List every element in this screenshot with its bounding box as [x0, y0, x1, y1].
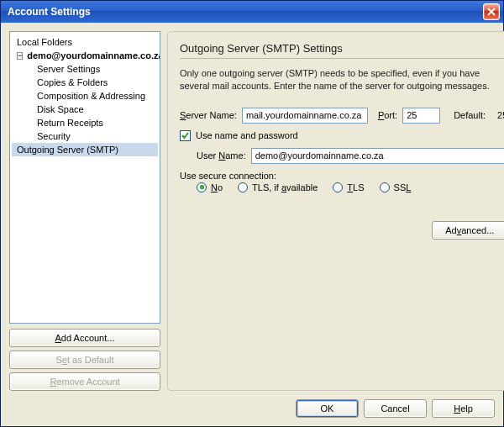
secure-connection-label: Use secure connection:	[180, 171, 504, 181]
radio-no-indicator	[197, 182, 207, 192]
tree-return-receipts[interactable]: Return Receipts	[12, 116, 158, 129]
server-name-row: Server Name: Port: Default: 25	[180, 108, 504, 124]
use-auth-row: Use name and password	[180, 130, 504, 141]
collapse-icon[interactable]: −	[17, 52, 23, 60]
advanced-label: Advanced...	[445, 225, 494, 235]
settings-panel: Outgoing Server (SMTP) Settings Only one…	[167, 31, 504, 391]
radio-tls[interactable]: TLS	[333, 182, 364, 192]
tree-account-label: demo@yourdomainname.co.za	[27, 50, 160, 61]
radio-no[interactable]: No	[197, 182, 223, 192]
accounts-tree[interactable]: Local Folders − demo@yourdomainname.co.z…	[9, 31, 160, 324]
tree-copies-folders-label: Copies & Folders	[37, 77, 108, 87]
port-input[interactable]	[402, 108, 440, 124]
add-account-button[interactable]: Add Account...	[9, 329, 160, 347]
tree-return-receipts-label: Return Receipts	[37, 118, 103, 128]
tree-disk-space[interactable]: Disk Space	[12, 103, 158, 116]
username-label: User Name:	[197, 150, 246, 161]
tree-composition-addressing-label: Composition & Addressing	[37, 91, 145, 101]
tree-composition-addressing[interactable]: Composition & Addressing	[12, 89, 158, 103]
radio-ssl-label: SSL	[394, 182, 412, 192]
account-settings-dialog: Account Settings Local Folders − demo@yo…	[0, 0, 504, 427]
panel-title: Outgoing Server (SMTP) Settings	[180, 42, 504, 59]
add-account-label: Add Account...	[55, 333, 115, 343]
help-button[interactable]: Help	[432, 399, 495, 418]
client-area: Local Folders − demo@yourdomainname.co.z…	[1, 23, 503, 426]
default-port-value: 25	[497, 110, 504, 120]
tree-security[interactable]: Security	[12, 129, 158, 143]
tree-copies-folders[interactable]: Copies & Folders	[12, 76, 158, 89]
panel-description: Only one outgoing server (SMTP) needs to…	[180, 67, 504, 92]
use-name-password-label: Use name and password	[196, 130, 298, 140]
port-label: Port:	[378, 110, 397, 120]
cancel-button[interactable]: Cancel	[364, 399, 427, 418]
tree-local-folders[interactable]: Local Folders	[12, 35, 158, 49]
set-default-label: Set as Default	[55, 355, 113, 365]
tree-outgoing-server-label: Outgoing Server (SMTP)	[17, 145, 118, 155]
set-default-button: Set as Default	[9, 351, 160, 369]
radio-ssl[interactable]: SSL	[380, 182, 412, 192]
radio-tls-indicator	[333, 182, 343, 192]
radio-tls-available-label: TLS, if available	[252, 182, 318, 192]
help-label: Help	[454, 403, 473, 414]
default-port-label: Default:	[454, 110, 486, 120]
tree-server-settings[interactable]: Server Settings	[12, 62, 158, 76]
tree-local-folders-label: Local Folders	[17, 37, 72, 47]
tree-security-label: Security	[37, 131, 71, 141]
titlebar[interactable]: Account Settings	[1, 1, 503, 23]
remove-account-button: Remove Account	[9, 372, 160, 391]
radio-tls-label: TLS	[347, 182, 364, 192]
radio-tls-available-indicator	[238, 182, 248, 192]
dialog-buttons: OK Cancel Help	[9, 399, 495, 418]
server-name-input[interactable]	[242, 108, 368, 124]
radio-tls-available[interactable]: TLS, if available	[238, 182, 318, 192]
radio-ssl-indicator	[380, 182, 390, 192]
cancel-label: Cancel	[381, 403, 409, 414]
ok-label: OK	[321, 403, 334, 414]
tree-server-settings-label: Server Settings	[37, 64, 100, 74]
server-name-label: Server Name:	[180, 110, 237, 120]
accounts-sidebar: Local Folders − demo@yourdomainname.co.z…	[9, 31, 160, 391]
username-input[interactable]	[251, 148, 504, 164]
radio-no-label: No	[211, 182, 223, 192]
close-icon[interactable]	[483, 3, 500, 20]
tree-outgoing-server[interactable]: Outgoing Server (SMTP)	[12, 143, 158, 156]
remove-account-label: Remove Account	[50, 377, 119, 387]
tree-disk-space-label: Disk Space	[37, 104, 84, 114]
smtp-group: Outgoing Server (SMTP) Settings Only one…	[167, 31, 504, 391]
secure-connection-radios: No TLS, if available TLS SSL	[197, 182, 504, 192]
use-name-password-checkbox[interactable]	[180, 130, 191, 141]
advanced-button[interactable]: Advanced...	[432, 221, 504, 240]
ok-button[interactable]: OK	[296, 399, 359, 418]
tree-account[interactable]: − demo@yourdomainname.co.za	[12, 49, 158, 62]
username-row: User Name:	[197, 148, 504, 164]
window-title: Account Settings	[8, 6, 91, 18]
